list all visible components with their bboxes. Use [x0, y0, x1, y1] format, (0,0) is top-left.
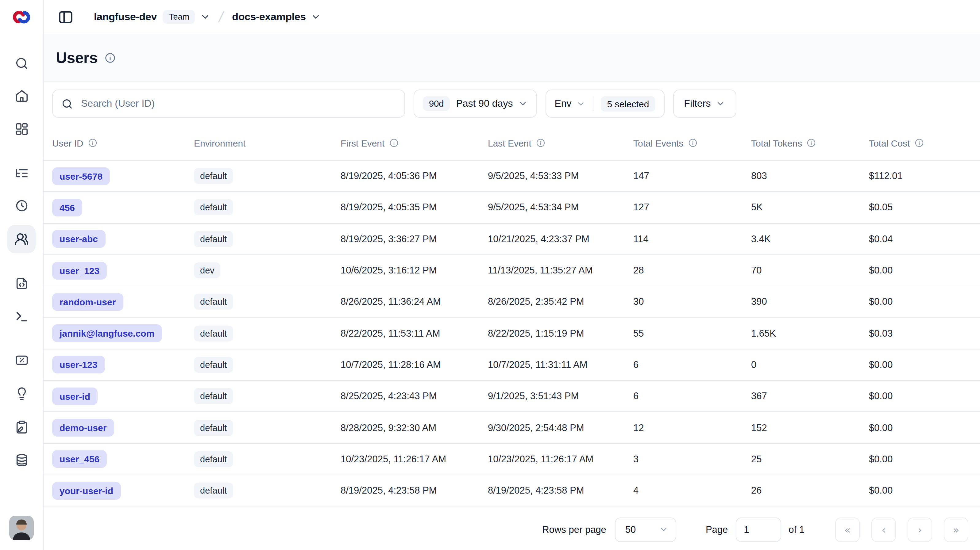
info-icon[interactable]: [104, 52, 116, 63]
info-icon[interactable]: [914, 138, 924, 148]
user-id-link[interactable]: random-user: [52, 293, 123, 311]
rows-per-page-select[interactable]: 50: [615, 517, 676, 542]
total-tokens-cell: 803: [751, 170, 869, 181]
clipboard-pen-icon[interactable]: [10, 416, 32, 438]
date-range-badge: 90d: [423, 96, 450, 111]
environment-badge: default: [194, 420, 233, 436]
page-total-label: of 1: [789, 524, 805, 535]
total-events-cell: 12: [633, 422, 751, 433]
environment-badge: default: [194, 357, 233, 373]
project-name[interactable]: docs-examples: [232, 11, 306, 23]
percent-card-icon[interactable]: [10, 349, 32, 371]
total-cost-cell: $0.00: [869, 454, 980, 465]
total-events-cell: 3: [633, 454, 751, 465]
clock-icon[interactable]: [10, 194, 32, 216]
langfuse-logo-icon[interactable]: [10, 7, 33, 27]
user-avatar[interactable]: [9, 516, 34, 540]
total-tokens-cell: 0: [751, 359, 869, 370]
dashboard-grid-icon[interactable]: [10, 118, 32, 140]
previous-page-button[interactable]: ‹: [871, 517, 896, 542]
environment-badge: default: [194, 451, 233, 467]
user-id-link[interactable]: demo-user: [52, 419, 114, 437]
table-row[interactable]: your-user-id default 8/19/2025, 4:23:58 …: [43, 475, 980, 507]
user-id-link[interactable]: user_123: [52, 262, 107, 279]
user-id-link[interactable]: your-user-id: [52, 482, 121, 499]
chevron-down-icon: [518, 99, 527, 109]
filters-label: Filters: [684, 98, 711, 109]
column-header[interactable]: Last Event: [488, 138, 633, 148]
home-icon[interactable]: [10, 85, 32, 107]
table-body: user-5678 default 8/19/2025, 4:05:36 PM …: [43, 161, 980, 507]
column-header[interactable]: Environment: [194, 138, 340, 148]
chevron-down-icon[interactable]: [311, 12, 321, 22]
info-icon[interactable]: [536, 138, 546, 148]
total-cost-cell: $0.03: [869, 328, 980, 339]
users-icon[interactable]: [7, 225, 36, 253]
trace-tree-icon[interactable]: [10, 162, 32, 184]
topbar: langfuse-dev Team / docs-examples: [43, 0, 980, 34]
sidebar-collapse-icon[interactable]: [58, 9, 74, 25]
last-page-button[interactable]: »: [944, 517, 968, 542]
table-row[interactable]: user_123 dev 10/6/2025, 3:16:12 PM 11/13…: [43, 255, 980, 287]
total-tokens-cell: 152: [751, 422, 869, 433]
total-events-cell: 4: [633, 485, 751, 496]
table-row[interactable]: demo-user default 8/28/2025, 9:32:30 AM …: [43, 412, 980, 444]
column-header[interactable]: First Event: [340, 138, 488, 148]
table-row[interactable]: user-123 default 10/7/2025, 11:28:16 AM …: [43, 349, 980, 381]
user-id-link[interactable]: user-id: [52, 387, 97, 405]
last-event-cell: 10/7/2025, 11:31:11 AM: [488, 359, 633, 370]
total-tokens-cell: 70: [751, 265, 869, 276]
first-page-button[interactable]: «: [835, 517, 860, 542]
app-window: langfuse-dev Team / docs-examples Users: [0, 0, 980, 550]
lightbulb-icon[interactable]: [10, 383, 32, 405]
column-header[interactable]: User ID: [52, 138, 194, 148]
total-tokens-cell: 25: [751, 454, 869, 465]
table-row[interactable]: user_456 default 10/23/2025, 11:26:17 AM…: [43, 444, 980, 475]
column-header[interactable]: Total Cost: [869, 138, 980, 148]
user-id-link[interactable]: 456: [52, 199, 82, 216]
environment-filter-button[interactable]: Env 5 selected: [545, 90, 664, 118]
user-id-link[interactable]: user-123: [52, 356, 105, 374]
divider: [593, 96, 594, 111]
first-event-cell: 8/28/2025, 9:32:30 AM: [340, 422, 488, 433]
env-selected-badge: 5 selected: [601, 96, 655, 111]
file-code-icon[interactable]: [10, 272, 32, 294]
table-row[interactable]: user-abc default 8/19/2025, 3:36:27 PM 1…: [43, 223, 980, 255]
total-events-cell: 147: [633, 170, 751, 181]
table-row[interactable]: 456 default 8/19/2025, 4:05:35 PM 9/5/20…: [43, 192, 980, 224]
env-label: Env: [554, 98, 571, 109]
total-events-cell: 6: [633, 359, 751, 370]
last-event-cell: 9/5/2025, 4:53:34 PM: [488, 202, 633, 213]
org-name[interactable]: langfuse-dev: [94, 11, 157, 23]
total-tokens-cell: 390: [751, 296, 869, 307]
table-row[interactable]: user-5678 default 8/19/2025, 4:05:36 PM …: [43, 161, 980, 192]
table-row[interactable]: jannik@langfuse.com default 8/22/2025, 1…: [43, 318, 980, 349]
terminal-icon[interactable]: [10, 305, 32, 327]
column-header[interactable]: Total Events: [633, 138, 751, 148]
search-icon[interactable]: [10, 52, 32, 74]
info-icon[interactable]: [687, 138, 697, 148]
table-row[interactable]: random-user default 8/26/2025, 11:36:24 …: [43, 286, 980, 318]
filters-button[interactable]: Filters: [673, 90, 737, 118]
info-icon[interactable]: [389, 138, 399, 148]
user-id-link[interactable]: user_456: [52, 450, 107, 468]
org-plan-badge: Team: [163, 10, 196, 24]
user-id-link[interactable]: user-abc: [52, 230, 105, 248]
first-event-cell: 8/19/2025, 4:05:35 PM: [340, 202, 488, 213]
search-input[interactable]: [80, 97, 396, 110]
user-id-link[interactable]: user-5678: [52, 167, 110, 185]
table-row[interactable]: user-id default 8/25/2025, 4:23:43 PM 9/…: [43, 381, 980, 412]
info-icon[interactable]: [807, 138, 816, 148]
environment-badge: default: [194, 388, 233, 404]
chevron-down-icon[interactable]: [200, 12, 211, 22]
column-header[interactable]: Total Tokens: [751, 138, 869, 148]
info-icon[interactable]: [88, 138, 97, 148]
last-event-cell: 11/13/2025, 11:35:27 AM: [488, 265, 633, 276]
date-range-button[interactable]: 90d Past 90 days: [414, 90, 537, 118]
page-number-input[interactable]: [736, 517, 781, 542]
total-tokens-cell: 5K: [751, 202, 869, 213]
next-page-button[interactable]: ›: [908, 517, 932, 542]
environment-badge: default: [194, 200, 233, 216]
user-id-link[interactable]: jannik@langfuse.com: [52, 324, 162, 342]
database-icon[interactable]: [10, 449, 32, 471]
